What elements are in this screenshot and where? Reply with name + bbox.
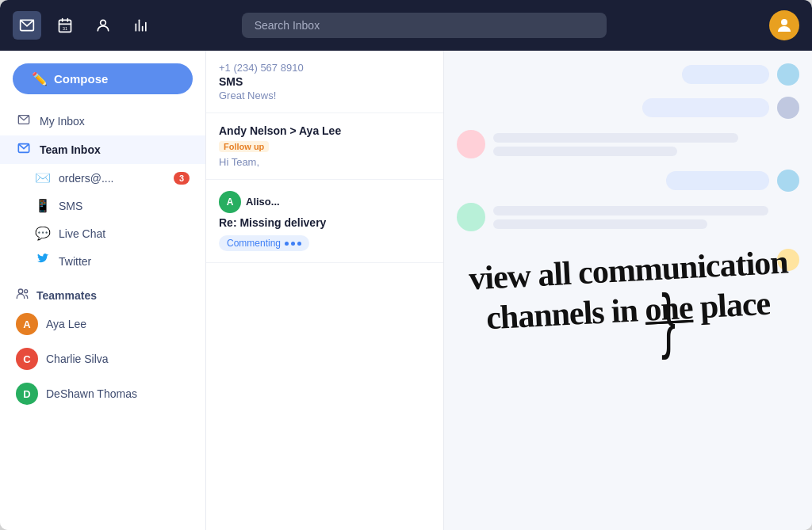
sidebar-item-my-inbox[interactable]: My Inbox — [0, 107, 205, 135]
team-inbox-label: Team Inbox — [40, 143, 190, 156]
charlie-silva-avatar: C — [16, 348, 38, 370]
svg-point-6 — [101, 20, 106, 25]
msg-row-1 — [457, 63, 799, 86]
msg-row-4 — [457, 170, 799, 192]
sms-icon: 📱 — [35, 198, 51, 213]
main-content: ✏️ Compose My Inbox Team Inbox ✉️ or — [0, 51, 812, 530]
live-chat-label: Live Chat — [59, 227, 190, 240]
msg-row-5 — [457, 203, 799, 231]
sidebar-item-twitter[interactable]: Twitter — [0, 247, 205, 275]
conv-subject-delivery: Re: Missing delivery — [219, 216, 431, 229]
sidebar-item-deshawn-thomas[interactable]: D DeShawn Thomas — [0, 376, 205, 411]
teammates-label: Teammates — [36, 289, 97, 302]
svg-point-15 — [25, 290, 28, 293]
chart-nav-icon[interactable] — [127, 11, 155, 40]
compose-icon: ✏️ — [32, 71, 48, 86]
sidebar-item-charlie-silva[interactable]: C Charlie Silva — [0, 341, 205, 376]
msg-row-2 — [457, 97, 799, 119]
svg-point-14 — [18, 289, 22, 293]
content-area: +1 (234) 567 8910 SMS Great News! Andy N… — [206, 51, 812, 530]
conv-preview-andy: Hi Team, — [219, 156, 431, 168]
orders-label: orders@.... — [59, 172, 166, 185]
conversation-list: +1 (234) 567 8910 SMS Great News! Andy N… — [206, 51, 444, 530]
aya-lee-name: Aya Lee — [46, 318, 190, 330]
search-input[interactable] — [242, 13, 607, 38]
calendar-nav-icon[interactable]: 31 — [51, 11, 79, 40]
sidebar-item-team-inbox[interactable]: Team Inbox — [0, 135, 205, 164]
sidebar-item-aya-lee[interactable]: A Aya Lee — [0, 307, 205, 341]
compose-button[interactable]: ✏️ Compose — [13, 63, 193, 94]
conv-preview-sms: Great News! — [219, 90, 431, 101]
my-inbox-label: My Inbox — [40, 115, 190, 128]
conv-item-delivery[interactable]: A Aliso... Re: Missing delivery Commenti… — [206, 180, 443, 263]
app-container: 31 — [0, 0, 812, 530]
contact-nav-icon[interactable] — [89, 11, 117, 40]
message-panel: view all communication channels in one p… — [444, 51, 812, 530]
top-nav: 31 — [0, 0, 812, 51]
inbox-icon — [16, 113, 32, 129]
chat-icon: 💬 — [35, 226, 51, 241]
deshawn-thomas-name: DeShawn Thomas — [46, 387, 190, 400]
msg-row-6 — [457, 249, 799, 271]
aya-lee-avatar: A — [16, 313, 38, 335]
message-rows — [444, 51, 812, 530]
commenting-text: Commenting — [227, 238, 281, 249]
sidebar-item-orders[interactable]: ✉️ orders@.... 3 — [0, 164, 205, 192]
email-icon: ✉️ — [35, 170, 51, 185]
conv-from-andy: Andy Nelson > Aya Lee — [219, 124, 431, 137]
conv-phone: +1 (234) 567 8910 — [219, 62, 431, 74]
msg-row-3 — [457, 130, 799, 158]
sidebar-item-sms[interactable]: 📱 SMS — [0, 192, 205, 219]
orders-badge: 3 — [174, 172, 190, 185]
twitter-icon — [35, 254, 51, 269]
teammates-section-header: Teammates — [0, 280, 205, 307]
commenting-badge: Commenting — [219, 235, 309, 251]
delivery-avatar: A — [219, 191, 241, 213]
svg-point-11 — [781, 19, 787, 25]
team-inbox-icon — [16, 142, 32, 158]
conv-from-delivery: Aliso... — [246, 196, 280, 208]
conv-followup-tag: Follow up — [219, 141, 269, 152]
conv-item-sms[interactable]: +1 (234) 567 8910 SMS Great News! — [206, 51, 443, 113]
twitter-label: Twitter — [59, 255, 190, 268]
sidebar-item-live-chat[interactable]: 💬 Live Chat — [0, 219, 205, 247]
svg-text:31: 31 — [63, 26, 67, 31]
sidebar: ✏️ Compose My Inbox Team Inbox ✉️ or — [0, 51, 206, 530]
conv-type: SMS — [219, 75, 431, 88]
compose-label: Compose — [54, 72, 108, 86]
envelope-nav-icon[interactable] — [13, 11, 41, 40]
teammates-icon — [16, 288, 29, 303]
deshawn-thomas-avatar: D — [16, 383, 38, 405]
sms-label: SMS — [59, 200, 190, 212]
typing-dots — [285, 242, 301, 246]
user-avatar[interactable] — [769, 10, 799, 40]
charlie-silva-name: Charlie Silva — [46, 353, 190, 365]
conv-item-andy[interactable]: Andy Nelson > Aya Lee Follow up Hi Team, — [206, 113, 443, 180]
